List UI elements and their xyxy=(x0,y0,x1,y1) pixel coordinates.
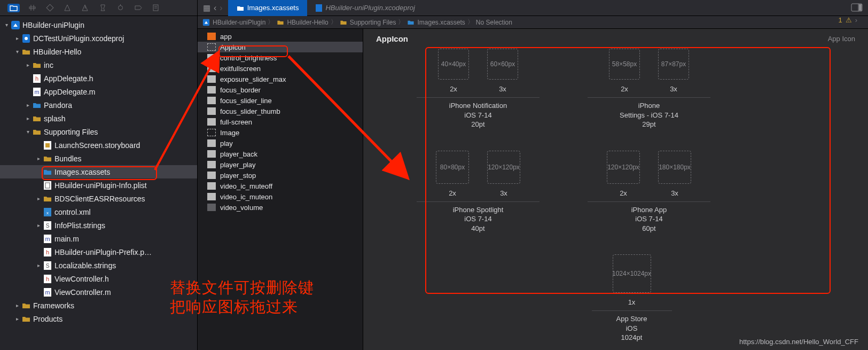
disclosure-triangle-icon[interactable]: ▸ xyxy=(25,62,31,68)
appicon-slot[interactable]: 120×120px3x xyxy=(487,151,520,197)
appicon-slot[interactable]: 80×80px2x xyxy=(436,151,469,197)
disclosure-triangle-icon[interactable]: ▸ xyxy=(35,262,42,268)
project-tree[interactable]: ▾ HBuilder-uniPlugin▸ DCTestUniPlugin.xc… xyxy=(0,16,197,350)
appicon-slot[interactable]: 60×60px3x xyxy=(487,49,518,93)
asset-row[interactable]: app xyxy=(198,31,363,42)
tree-row[interactable]: h HBuilder-uniPlugin-Prefix.p… xyxy=(0,245,197,259)
tab-images-xcassets[interactable]: Images.xcassets xyxy=(228,0,308,16)
disclosure-triangle-icon[interactable]: ▸ xyxy=(35,155,42,161)
tree-row[interactable]: m main.m xyxy=(0,232,197,245)
disclosure-triangle-icon[interactable]: ▾ xyxy=(14,49,20,55)
jump-bar-segment[interactable]: HBuilder-uniPlugin xyxy=(202,18,265,27)
tree-row[interactable]: m ViewController.m xyxy=(0,285,197,299)
tree-row[interactable]: ▸ BDSClientEASRResources xyxy=(0,192,197,205)
asset-row[interactable]: exitfullscreen xyxy=(198,63,363,74)
disclosure-triangle-icon[interactable]: ▸ xyxy=(25,102,31,108)
image-well[interactable]: 180×180px xyxy=(658,151,691,184)
image-well[interactable]: 40×40px xyxy=(438,49,469,80)
image-well[interactable]: 1024×1024px xyxy=(613,254,651,293)
tree-row[interactable]: x control.xml xyxy=(0,205,197,219)
appicon-canvas[interactable]: 40×40px2x60×60px3xiPhone NotificationiOS… xyxy=(363,43,868,350)
tree-row[interactable]: ▸ S Localizable.strings xyxy=(0,259,197,272)
related-items-icon[interactable]: ▦ xyxy=(203,3,210,13)
disclosure-triangle-icon[interactable]: ▸ xyxy=(14,316,20,322)
appicon-slot[interactable]: 180×180px3x xyxy=(658,151,691,197)
asset-row[interactable]: video_ic_muteoff xyxy=(198,181,363,191)
disclosure-triangle-icon[interactable]: ▾ xyxy=(25,129,31,135)
tree-row[interactable]: HBuilder-uniPlugin-Info.plist xyxy=(0,178,197,192)
report-navigator-icon[interactable] xyxy=(151,4,161,12)
asset-row[interactable]: full-screen xyxy=(198,116,363,127)
tree-row[interactable]: Images.xcassets xyxy=(0,165,197,178)
test-navigator-icon[interactable] xyxy=(98,4,108,12)
debug-navigator-icon[interactable] xyxy=(115,4,126,12)
appicon-slot[interactable]: 120×120px2x xyxy=(607,151,640,197)
asset-row[interactable]: focus_slider_thumb xyxy=(198,106,363,116)
disclosure-triangle-icon[interactable]: ▸ xyxy=(35,222,42,228)
nav-forward-icon[interactable]: › xyxy=(220,3,222,13)
tree-row[interactable]: ▸ Products xyxy=(0,312,197,325)
asset-row[interactable]: video_volume xyxy=(198,202,363,213)
issue-navigator-icon[interactable] xyxy=(80,4,90,12)
disclosure-triangle-icon[interactable]: ▾ xyxy=(3,22,10,28)
jump-bar-segment[interactable]: HBuilder-Hello xyxy=(276,19,328,26)
jump-bar-segment[interactable]: Supporting Files xyxy=(339,19,396,26)
source-control-icon[interactable] xyxy=(27,4,37,12)
disclosure-triangle-icon[interactable]: ▸ xyxy=(35,196,42,201)
asset-row[interactable]: video_ic_muteon xyxy=(198,191,363,202)
asset-row-label: focus_slider_thumb xyxy=(220,107,280,115)
folder-navigator-icon[interactable] xyxy=(7,4,20,12)
tree-row[interactable]: ▸ inc xyxy=(0,58,197,72)
issue-warning-badge[interactable]: 1 ⚠︎ › xyxy=(838,16,857,24)
image-well[interactable]: 80×80px xyxy=(436,151,469,184)
asset-row[interactable]: player_stop xyxy=(198,170,363,181)
asset-row[interactable]: play xyxy=(198,138,363,149)
tree-row[interactable]: ▾ HBuilder-uniPlugin xyxy=(0,18,197,32)
tab-project[interactable]: HBuilder-uniPlugin.xcodeproj xyxy=(307,0,423,16)
asset-row[interactable]: Image xyxy=(198,127,363,138)
appicon-slot[interactable]: 87×87px3x xyxy=(658,49,689,93)
image-well[interactable]: 120×120px xyxy=(607,151,640,184)
asset-row[interactable]: focus_slider_line xyxy=(198,95,363,106)
asset-row[interactable]: player_play xyxy=(198,159,363,170)
symbol-navigator-icon[interactable] xyxy=(45,4,55,12)
tree-row[interactable]: ▸ S InfoPlist.strings xyxy=(0,219,197,232)
disclosure-triangle-icon[interactable]: ▸ xyxy=(25,115,31,121)
disclosure-triangle-icon[interactable]: ▸ xyxy=(14,35,20,41)
image-well[interactable]: 58×58px xyxy=(609,49,640,80)
tree-row[interactable]: ▾ Supporting Files xyxy=(0,125,197,138)
asset-row[interactable]: exposure_slider_max xyxy=(198,74,363,84)
find-navigator-icon[interactable] xyxy=(62,4,73,12)
svg-point-12 xyxy=(25,37,28,40)
tree-row[interactable]: ▾ HBuilder-Hello xyxy=(0,45,197,58)
breakpoint-navigator-icon[interactable] xyxy=(133,4,143,12)
jump-bar[interactable]: HBuilder-uniPlugin〉HBuilder-Hello〉Suppor… xyxy=(198,16,868,29)
asset-thumb-icon xyxy=(207,54,216,61)
disclosure-triangle-icon[interactable]: ▸ xyxy=(14,302,20,308)
annotation-line-1: 替换文件可按删除键 xyxy=(170,278,314,297)
jump-bar-segment[interactable]: Images.xcassets xyxy=(406,19,465,26)
tree-row[interactable]: ▸ Pandora xyxy=(0,98,197,112)
tree-row[interactable]: ▸ DCTestUniPlugin.xcodeproj xyxy=(0,32,197,45)
appicon-slot[interactable]: 1024×1024px1x xyxy=(613,254,651,306)
tree-row[interactable]: ▸ splash xyxy=(0,112,197,125)
asset-row[interactable]: AppIcon xyxy=(198,42,363,52)
tree-row[interactable]: ▸ Bundles xyxy=(0,152,197,165)
utilities-toggle-icon[interactable] xyxy=(851,3,863,12)
nav-back-icon[interactable]: ‹ xyxy=(214,3,216,13)
appicon-slot[interactable]: 58×58px2x xyxy=(609,49,640,93)
asset-row-label: Image xyxy=(220,129,239,137)
appicon-slot[interactable]: 40×40px2x xyxy=(438,49,469,93)
tree-row[interactable]: h AppDelegate.h xyxy=(0,72,197,85)
tree-row[interactable]: h ViewController.h xyxy=(0,272,197,285)
asset-row[interactable]: player_back xyxy=(198,149,363,159)
asset-row[interactable]: focus_border xyxy=(198,84,363,95)
jump-bar-segment[interactable]: No Selection xyxy=(476,19,512,26)
tree-row[interactable]: ▸ Frameworks xyxy=(0,299,197,312)
image-well[interactable]: 60×60px xyxy=(487,49,518,80)
tree-row[interactable]: m AppDelegate.m xyxy=(0,85,197,98)
asset-row[interactable]: control_brightness xyxy=(198,52,363,63)
tree-row[interactable]: LaunchScreen.storyboard xyxy=(0,138,197,152)
image-well[interactable]: 120×120px xyxy=(487,151,520,184)
image-well[interactable]: 87×87px xyxy=(658,49,689,80)
